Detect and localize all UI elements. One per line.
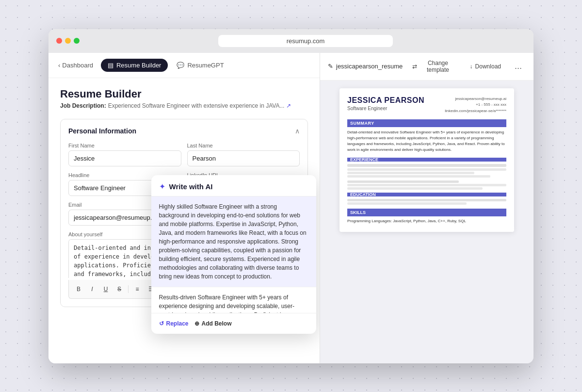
resume-email: jessicapearson@resumeup.ai [445,96,506,102]
resume-builder-label: Resume Builder [116,62,162,69]
back-arrow-icon: ‹ [58,62,60,69]
first-name-input[interactable] [68,150,181,166]
traffic-lights [56,38,80,44]
education-header: EDUCATION [347,193,506,196]
more-options-button[interactable]: ... [511,59,526,73]
download-label: Download [475,63,501,70]
close-button[interactable] [56,38,62,44]
section-title: Personal Information [68,127,136,135]
first-name-label: First Name [68,143,181,148]
bold-button[interactable]: B [73,283,84,295]
add-icon: ⊕ [194,320,199,327]
exp-line-2 [347,168,506,171]
ai-options: Highly skilled Software Engineer with a … [151,196,316,313]
right-toolbar: ✎ jessicapearson_resume ⇄ Change templat… [320,53,534,81]
add-below-button[interactable]: ⊕ Add Below [194,318,232,329]
ai-popup-header: ✦ Write with AI [151,175,316,196]
change-template-label: Change template [420,60,456,73]
exp-line-6 [347,184,506,186]
exp-line-3 [347,172,474,174]
section-header: Personal Information ∧ [68,127,300,135]
url-bar[interactable]: resumup.com [218,35,393,47]
download-button[interactable]: ↓ Download [466,61,505,72]
ai-option-1[interactable]: Highly skilled Software Engineer with a … [151,196,316,287]
ai-actions: ↺ Replace ⊕ Add Below [151,313,316,334]
edit-job-desc-icon[interactable]: ↗ [286,102,291,109]
nav-bar: ‹ Dashboard ▤ Resume Builder 💬 ResumeGPT [48,53,320,78]
exp-line-4 [347,175,490,178]
resume-contact: jessicapearson@resumeup.ai +1 - 555 - xx… [445,96,506,114]
replace-button[interactable]: ↺ Replace [159,318,189,329]
job-desc-text: Experienced Software Engineer with exten… [108,102,285,109]
exp-line-1 [347,164,506,167]
replace-label: Replace [166,320,189,327]
left-panel: ‹ Dashboard ▤ Resume Builder 💬 ResumeGPT… [48,53,320,363]
right-panel: ✎ jessicapearson_resume ⇄ Change templat… [320,53,534,363]
minimize-button[interactable] [65,38,71,44]
resume-subtitle: Software Engineer [347,106,424,111]
page-title: Resume Builder [60,88,308,100]
resume-name: JESSICA PEARSON [347,96,424,105]
strikethrough-button[interactable]: S [113,283,125,295]
resume-phone: +1 - 555 - xxx xxx [445,102,506,108]
exp-line-7 [347,187,483,190]
tab-resumegpt[interactable]: 💬 ResumeGPT [170,59,230,72]
resume-card: JESSICA PEARSON Software Engineer jessic… [340,88,514,232]
align-button[interactable]: ≡ [131,283,143,295]
resumegpt-label: ResumeGPT [187,62,224,69]
browser-window: resumup.com ‹ Dashboard ▤ Resume Builder… [48,29,534,363]
resume-summary-text: Detail-oriented and innovative Software … [347,130,506,153]
ai-popup-title: Write with AI [169,182,213,191]
back-link[interactable]: ‹ Dashboard [58,62,93,69]
maximize-button[interactable] [74,38,80,44]
edu-line-1 [347,199,506,201]
resume-skills-text: Programming Languages: JavaScript, Pytho… [347,218,506,224]
resume-summary-header: SUMMARY [347,119,506,127]
dashboard-label: Dashboard [62,62,93,69]
last-name-label: Last Name [187,143,300,148]
first-name-group: First Name [68,143,181,166]
last-name-group: Last Name [187,143,300,166]
file-name: ✎ jessicapearson_resume [328,63,403,70]
resume-skills-header: SKILLS [347,209,506,216]
exp-line-5 [347,180,459,183]
change-template-button[interactable]: ⇄ Change template [408,58,460,75]
browser-titlebar: resumup.com [48,29,534,53]
edit-icon: ✎ [328,63,333,70]
replace-icon: ↺ [159,320,164,327]
resumegpt-icon: 💬 [177,62,184,69]
resume-preview-area: JESSICA PEARSON Software Engineer jessic… [320,81,534,363]
collapse-icon[interactable]: ∧ [295,127,300,135]
last-name-input[interactable] [187,150,300,166]
underline-button[interactable]: U [100,283,112,295]
resume-builder-icon: ▤ [108,62,113,69]
download-icon: ↓ [470,63,473,70]
change-template-icon: ⇄ [412,63,417,70]
left-panel-body: Resume Builder Job Description: Experien… [48,78,320,363]
experience-header: EXPERIENCE [347,158,506,162]
add-below-label: Add Below [202,320,232,327]
file-name-text: jessicapearson_resume [336,63,403,70]
resume-header: JESSICA PEARSON Software Engineer jessic… [347,96,506,114]
browser-content: ‹ Dashboard ▤ Resume Builder 💬 ResumeGPT… [48,53,534,363]
nav-tabs: ▤ Resume Builder 💬 ResumeGPT [101,59,231,72]
ai-spark-icon: ✦ [159,182,165,191]
job-desc-label: Job Description: [60,102,106,109]
italic-button[interactable]: I [86,283,98,295]
job-description: Job Description: Experienced Software En… [60,102,308,109]
tab-resume-builder[interactable]: ▤ Resume Builder [101,59,168,72]
edu-line-2 [347,202,467,205]
toolbar-sep-1 [128,285,129,293]
ai-popup: ✦ Write with AI Highly skilled Software … [151,175,316,334]
ai-option-2[interactable]: Results-driven Software Engineer with 5+… [151,287,316,313]
resume-linkedin: linkedin.com/jessicapear-se/a******* [445,108,506,114]
